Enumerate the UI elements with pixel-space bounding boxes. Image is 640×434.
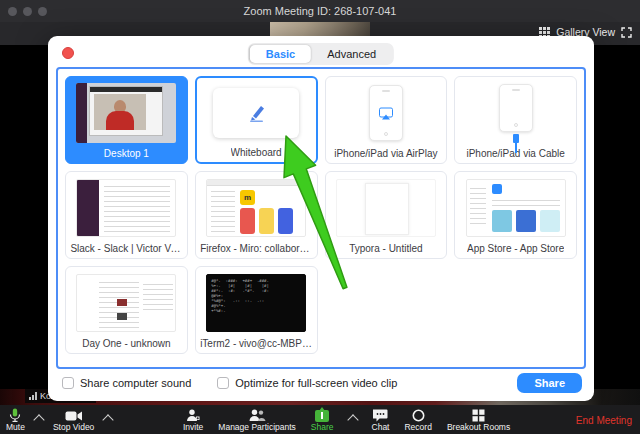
- record-icon: [412, 409, 425, 422]
- share-screen-dialog: Basic Advanced Desktop 1: [48, 36, 594, 401]
- chat-bubble-icon: [373, 409, 388, 422]
- fullscreen-icon[interactable]: [621, 27, 632, 38]
- end-meeting-button[interactable]: End Meeting: [576, 415, 632, 426]
- window-titlebar: Zoom Meeting ID: 268-107-041: [0, 0, 640, 22]
- share-source-iphone-cable[interactable]: iPhone/iPad via Cable: [454, 76, 577, 164]
- optimize-video-option[interactable]: Optimize for full-screen video clip: [217, 377, 397, 389]
- optimize-video-checkbox[interactable]: [217, 377, 229, 389]
- airplay-icon: [379, 108, 393, 118]
- cable-icon: [513, 134, 519, 143]
- video-camera-icon: [65, 410, 83, 422]
- dayone-thumbnail: [70, 272, 183, 334]
- share-sound-checkbox[interactable]: [62, 377, 74, 389]
- tile-label: Firefox - Miro: collaborative...: [200, 243, 312, 254]
- signal-strength-icon: [29, 392, 37, 400]
- appstore-thumbnail: [459, 177, 572, 239]
- dialog-footer: Share computer sound Optimize for full-s…: [62, 373, 582, 393]
- share-source-whiteboard[interactable]: Whiteboard: [195, 76, 318, 164]
- typora-thumbnail: [330, 177, 443, 239]
- stop-video-button[interactable]: Stop Video: [53, 405, 94, 434]
- cable-thumbnail: [459, 82, 572, 144]
- share-source-iphone-airplay[interactable]: iPhone/iPad via AirPlay: [325, 76, 448, 164]
- manage-participants-button[interactable]: 2 Manage Participants: [218, 405, 296, 434]
- tile-label: Day One - unknown: [82, 338, 170, 349]
- meeting-toolbar: Mute Stop Video Invite: [0, 405, 640, 434]
- breakout-rooms-button[interactable]: Breakout Rooms: [447, 405, 510, 434]
- share-source-dayone[interactable]: Day One - unknown: [65, 266, 188, 354]
- audio-options-chevron[interactable]: [33, 414, 44, 425]
- tab-advanced[interactable]: Advanced: [311, 45, 392, 63]
- close-dialog-button[interactable]: [62, 47, 74, 59]
- iterm-thumbnail: #@*. :###: +##+ .###. %+:. |#| |#| |#| #…: [200, 272, 313, 334]
- zoom-app-window: Zoom Meeting ID: 268-107-041 Gallery Vie…: [0, 0, 640, 434]
- traffic-lights[interactable]: [8, 7, 47, 16]
- tile-label: App Store - App Store: [467, 243, 564, 254]
- tab-basic[interactable]: Basic: [250, 45, 311, 63]
- mute-button[interactable]: Mute: [6, 405, 25, 434]
- share-source-iterm2[interactable]: #@*. :###: +##+ .###. %+:. |#| |#| |#| #…: [195, 266, 318, 354]
- share-confirm-button[interactable]: Share: [517, 373, 582, 393]
- airplay-thumbnail: [330, 82, 443, 144]
- video-options-chevron[interactable]: [103, 414, 114, 425]
- tile-label: Desktop 1: [104, 148, 149, 159]
- meeting-id-title: Zoom Meeting ID: 268-107-041: [244, 5, 397, 17]
- microphone-icon: [9, 408, 21, 422]
- tile-label: iPhone/iPad via AirPlay: [334, 148, 437, 159]
- optimize-video-label: Optimize for full-screen video clip: [235, 377, 397, 389]
- share-source-firefox[interactable]: m Firefox - Miro: collaborative...: [195, 171, 318, 259]
- share-source-grid: Desktop 1 Whiteboard iPhone/i: [56, 67, 586, 369]
- share-options-chevron[interactable]: [347, 414, 358, 425]
- invite-button[interactable]: Invite: [183, 405, 203, 434]
- firefox-thumbnail: m: [200, 177, 313, 239]
- participants-count-badge: 2: [299, 393, 303, 402]
- share-source-slack[interactable]: Slack - Slack | Victor Volle |...: [65, 171, 188, 259]
- whiteboard-thumbnail: [201, 83, 312, 143]
- share-source-appstore[interactable]: App Store - App Store: [454, 171, 577, 259]
- chat-button[interactable]: Chat: [372, 405, 390, 434]
- slack-thumbnail: [70, 177, 183, 239]
- tile-label: iTerm2 - vivo@cc-MBP-vivo:...: [200, 338, 312, 349]
- pencil-icon: [245, 102, 267, 124]
- share-sound-option[interactable]: Share computer sound: [62, 377, 191, 389]
- participants-icon: [249, 409, 266, 422]
- share-screen-button[interactable]: Share: [311, 405, 334, 434]
- share-source-desktop-1[interactable]: Desktop 1: [65, 76, 188, 164]
- tile-label: Typora - Untitled: [349, 243, 422, 254]
- share-screen-icon: [315, 410, 329, 422]
- tile-label: Whiteboard: [231, 147, 282, 158]
- tile-label: Slack - Slack | Victor Volle |...: [70, 243, 182, 254]
- share-sound-label: Share computer sound: [80, 377, 191, 389]
- desktop-thumbnail: [70, 82, 183, 144]
- record-button[interactable]: Record: [404, 405, 431, 434]
- share-source-typora[interactable]: Typora - Untitled: [325, 171, 448, 259]
- invite-person-icon: [186, 409, 200, 422]
- breakout-rooms-icon: [472, 409, 485, 422]
- share-mode-tabs: Basic Advanced: [248, 43, 394, 65]
